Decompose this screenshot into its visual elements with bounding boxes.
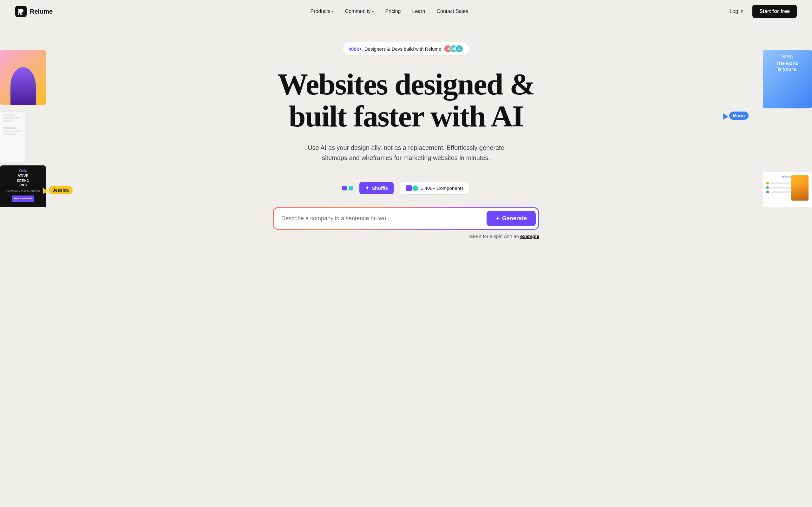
company-description-input[interactable] — [281, 211, 483, 226]
sparkle-icon: ✦ — [496, 216, 500, 222]
logo-link[interactable]: Relume — [15, 6, 53, 17]
component-icon-2 — [412, 185, 418, 191]
badge-count: 400k+ — [349, 46, 362, 52]
start-for-free-button[interactable]: Start for free — [752, 5, 797, 18]
component-icon-1 — [406, 185, 412, 191]
shuffle-button[interactable]: ✦ Shuffle — [359, 182, 394, 194]
nav-contact[interactable]: Contact Sales — [432, 6, 473, 17]
badge-text: Designers & Devs build with Relume — [364, 46, 442, 52]
dot-icon — [349, 186, 353, 190]
chevron-down-icon: ▾ — [372, 9, 374, 14]
dot-icon — [342, 186, 347, 190]
social-proof-badge: 400k+ Designers & Devs build with Relume… — [343, 42, 470, 56]
navbar: Relume Products ▾ Community ▾ Pricing Le… — [0, 0, 812, 23]
cursor-mario: Mario — [722, 112, 749, 120]
input-gradient-border: ✦ Generate — [273, 207, 539, 230]
toolbar-strip: ✦ Shuffle 1,400+ Components — [6, 182, 806, 194]
hero-title-line2: built faster with AI — [289, 99, 523, 133]
chevron-down-icon: ▾ — [332, 9, 334, 14]
login-button[interactable]: Log in — [726, 6, 747, 17]
nav-links: Products ▾ Community ▾ Pricing Learn Con… — [306, 6, 473, 17]
input-hint: Take it for a spin with an example — [273, 233, 539, 239]
toolbar-dots — [342, 186, 353, 190]
generate-button[interactable]: ✦ Generate — [487, 211, 536, 226]
hero-subtitle: Use AI as your design ally, not as a rep… — [298, 143, 514, 163]
hero-title: Websites designed & built faster with AI — [263, 68, 549, 132]
input-section: ✦ Generate Take it for a spin with an ex… — [266, 207, 546, 264]
nav-pricing[interactable]: Pricing — [381, 6, 405, 17]
screenshot-figure — [10, 67, 36, 105]
hero-section: END, ATIVE KETING ENCY growing your busi… — [0, 23, 812, 207]
shuffle-icon: ✦ — [365, 185, 369, 191]
component-icons — [406, 185, 418, 191]
hero-title-line1: Websites designed & — [277, 67, 535, 101]
nav-products[interactable]: Products ▾ — [306, 6, 338, 17]
relume-logo-icon — [15, 6, 27, 17]
example-link[interactable]: example — [520, 233, 539, 239]
input-inner: ✦ Generate — [274, 208, 538, 229]
logo-text: Relume — [30, 8, 53, 15]
components-button[interactable]: 1,400+ Components — [400, 182, 470, 194]
badge-avatars: J M A — [444, 45, 463, 53]
nav-learn[interactable]: Learn — [408, 6, 430, 17]
screenshot-right-top-text: AirVoy The worldis yours. — [763, 50, 812, 76]
nav-community[interactable]: Community ▾ — [341, 6, 378, 17]
mario-label: Mario — [729, 112, 749, 120]
screenshot-left-phone — [0, 112, 26, 162]
screenshot-left-top — [0, 50, 46, 105]
cursor-arrow-icon — [720, 112, 728, 120]
nav-actions: Log in Start for free — [726, 5, 797, 18]
screenshot-right-top: AirVoy The worldis yours. — [763, 50, 812, 108]
avatar-3: A — [455, 45, 463, 53]
